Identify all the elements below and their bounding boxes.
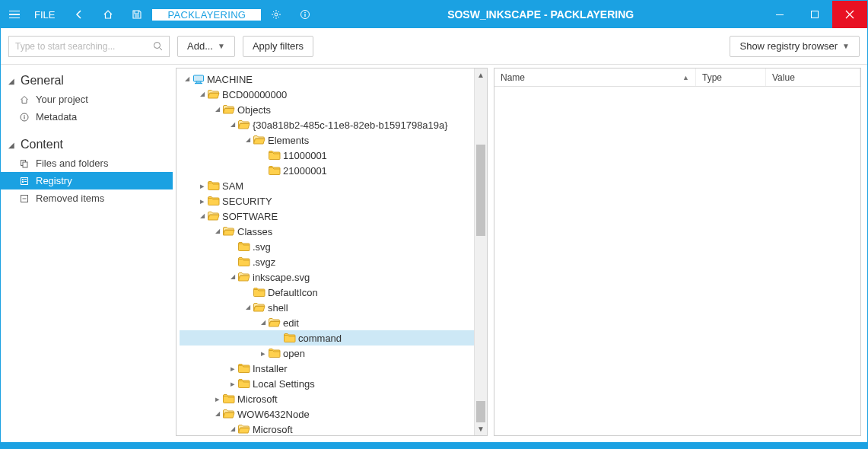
expand-icon[interactable]: ▸	[228, 364, 237, 374]
tree-node[interactable]: ◢inkscape.svg	[180, 269, 487, 285]
tree-node[interactable]: ◢Objects	[180, 102, 487, 117]
tree-node[interactable]: ◢SOFTWARE	[180, 209, 487, 224]
svg-point-2	[304, 12, 306, 14]
tree-node-label: SOFTWARE	[222, 211, 282, 222]
collapse-icon[interactable]: ◢	[228, 273, 237, 280]
tree-node[interactable]: ◢{30a818b2-485c-11e8-82eb-b1591798a19a}	[180, 117, 487, 132]
tree-node[interactable]: .svgz	[180, 254, 487, 269]
collapse-icon[interactable]: ◢	[228, 121, 237, 128]
tree-node-label: WOW6432Node	[237, 409, 314, 420]
registry-values-panel: Name ▲ Type Value	[494, 68, 861, 436]
registry-tree[interactable]: ◢MACHINE◢BCD00000000◢Objects◢{30a818b2-4…	[176, 68, 487, 435]
tree-node[interactable]: .svg	[180, 239, 487, 254]
collapse-icon[interactable]: ◢	[213, 106, 222, 113]
sidebar-group-content[interactable]: ◢ Content	[1, 135, 173, 154]
sidebar-item-files-folders[interactable]: Files and folders	[1, 154, 173, 172]
folder-open-icon	[222, 105, 236, 114]
tree-node[interactable]: ▸open	[180, 346, 487, 361]
tree-node[interactable]: ◢shell	[180, 300, 487, 315]
tree-node[interactable]: ◢MACHINE	[180, 72, 487, 87]
column-type[interactable]: Type	[696, 68, 766, 86]
tree-node[interactable]: 21000001	[180, 163, 487, 178]
caret-down-icon: ◢	[8, 141, 16, 149]
tree-node[interactable]: ◢Classes	[180, 224, 487, 239]
svg-rect-15	[24, 179, 27, 180]
registry-icon	[19, 177, 30, 186]
collapse-icon[interactable]: ◢	[213, 228, 222, 234]
column-name[interactable]: Name ▲	[494, 68, 696, 86]
sidebar-group-general[interactable]: ◢ General	[1, 71, 173, 91]
search-input[interactable]	[15, 41, 153, 52]
folder-icon	[207, 196, 221, 205]
show-registry-browser-button[interactable]: Show registry browser ▼	[730, 36, 860, 57]
tree-node[interactable]: DefaultIcon	[180, 285, 487, 300]
tree-node-label: .svgz	[253, 256, 280, 268]
collapse-icon[interactable]: ◢	[183, 75, 192, 82]
save-button[interactable]	[123, 1, 151, 28]
info-button[interactable]	[291, 1, 319, 28]
copy-icon	[19, 159, 30, 168]
scroll-up-button[interactable]: ▲	[475, 68, 487, 81]
tree-node[interactable]: 11000001	[180, 148, 487, 163]
caret-down-icon: ◢	[8, 77, 16, 85]
tree-node-label: 11000001	[283, 150, 332, 161]
tree-node[interactable]: ▸SAM	[180, 178, 487, 193]
tree-node-label: BCD00000000	[222, 89, 291, 100]
collapse-icon[interactable]: ◢	[198, 91, 207, 97]
folder-icon	[222, 394, 236, 403]
status-strip	[1, 442, 867, 448]
tree-node[interactable]: ◢edit	[180, 315, 487, 330]
tree-node[interactable]: ◢Elements	[180, 132, 487, 148]
titlebar: FILE PACKLAYERING SOSW_INKSCAPE - PACKLA…	[1, 1, 867, 28]
collapse-icon[interactable]: ◢	[243, 304, 253, 310]
column-label: Type	[702, 72, 722, 83]
sidebar-item-registry[interactable]: Registry	[1, 172, 173, 189]
expand-icon[interactable]: ▸	[259, 349, 268, 358]
settings-button[interactable]	[262, 1, 290, 28]
add-button[interactable]: Add... ▼	[177, 36, 235, 57]
sidebar-item-metadata[interactable]: Metadata	[1, 108, 173, 126]
tree-node[interactable]: ▸SECURITY	[180, 193, 487, 209]
expand-icon[interactable]: ▸	[198, 196, 207, 206]
home-icon	[19, 95, 30, 104]
add-button-label: Add...	[187, 40, 213, 52]
tree-node[interactable]: ▸Local Settings	[180, 376, 487, 391]
tree-node[interactable]: ◢WOW6432Node	[180, 406, 487, 422]
expand-icon[interactable]: ▸	[213, 394, 222, 404]
tree-node[interactable]: ▸Installer	[180, 361, 487, 376]
sidebar-item-label: Metadata	[36, 111, 77, 123]
scroll-down-button[interactable]: ▼	[475, 422, 487, 435]
scrollbar-thumb[interactable]	[476, 145, 485, 236]
tree-node[interactable]: command	[180, 330, 487, 346]
scrollbar-thumb[interactable]	[476, 401, 485, 422]
expand-icon[interactable]: ▸	[198, 181, 207, 191]
file-menu[interactable]: FILE	[30, 9, 64, 21]
apply-filters-button[interactable]: Apply filters	[243, 36, 313, 57]
maximize-button[interactable]	[797, 1, 832, 28]
hamburger-menu[interactable]	[1, 1, 28, 28]
close-button[interactable]	[832, 1, 867, 28]
expand-icon[interactable]: ▸	[228, 379, 237, 389]
scrollbar[interactable]: ▲ ▼	[474, 68, 487, 435]
back-button[interactable]	[65, 1, 93, 28]
sidebar-item-your-project[interactable]: Your project	[1, 91, 173, 108]
tree-node-label: DefaultIcon	[268, 287, 323, 298]
sidebar-item-removed[interactable]: Removed items	[1, 189, 173, 207]
collapse-icon[interactable]: ◢	[228, 425, 237, 432]
minimize-button[interactable]	[762, 1, 797, 28]
tree-node[interactable]: ▸Microsoft	[180, 391, 487, 406]
column-value[interactable]: Value	[766, 68, 860, 86]
tree-node[interactable]: ◢Microsoft	[180, 422, 487, 435]
search-box[interactable]	[8, 36, 170, 57]
collapse-icon[interactable]: ◢	[213, 410, 222, 417]
tree-node-label: .svg	[253, 241, 275, 253]
collapse-icon[interactable]: ◢	[243, 136, 253, 143]
folder-icon	[237, 242, 251, 251]
folder-open-icon	[207, 212, 221, 221]
tab-packlayering[interactable]: PACKLAYERING	[152, 9, 261, 21]
home-button[interactable]	[94, 1, 122, 28]
tree-node-label: SAM	[222, 180, 248, 192]
collapse-icon[interactable]: ◢	[259, 319, 268, 326]
tree-node[interactable]: ◢BCD00000000	[180, 87, 487, 102]
collapse-icon[interactable]: ◢	[198, 212, 207, 219]
